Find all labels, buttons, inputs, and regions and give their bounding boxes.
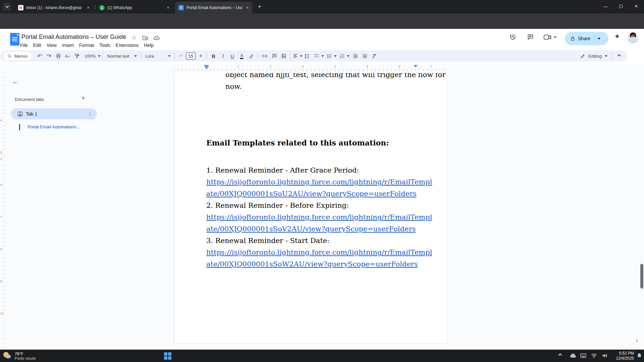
underline-button[interactable]: U: [228, 52, 237, 60]
tab-gmail[interactable]: M Inbox (1) - ishann.tforce@gmai ×: [15, 2, 93, 13]
italic-button[interactable]: I: [218, 52, 228, 60]
menus-search-button[interactable]: Menus: [3, 52, 32, 60]
cloud-saved-icon[interactable]: [153, 35, 160, 41]
touch-keyboard-icon[interactable]: [580, 353, 586, 358]
font-family-control[interactable]: Lora: [143, 54, 173, 59]
align-control[interactable]: [293, 53, 303, 59]
insert-image-button[interactable]: [279, 52, 288, 60]
ruler-number: 7: [431, 65, 432, 68]
redo-button[interactable]: ↷: [44, 52, 54, 60]
template-1-link-line2[interactable]: ate/00XJQ000001sSoU2AU/view?queryScope=u…: [206, 190, 417, 198]
share-dropdown-icon[interactable]: [598, 38, 600, 40]
template-1-link-line1[interactable]: https://isijoftoronto.lightning.force.co…: [206, 178, 432, 186]
gemini-sparkle-icon[interactable]: [614, 33, 621, 40]
text-color-button[interactable]: A: [237, 52, 247, 60]
share-button[interactable]: Share: [565, 32, 608, 45]
comments-icon[interactable]: [527, 34, 534, 41]
ruler-number: 5: [366, 65, 368, 68]
add-comment-button[interactable]: [270, 52, 279, 60]
menu-tools[interactable]: Tools: [97, 42, 113, 49]
template-2-link-line2[interactable]: ate/00XJQ000001sSoV2AU/view?queryScope=u…: [206, 225, 416, 233]
start-button[interactable]: [164, 352, 171, 360]
tab-options-icon[interactable]: ⋮: [88, 111, 92, 117]
wifi-icon[interactable]: [591, 353, 597, 358]
decrease-font-size-button[interactable]: −: [177, 52, 184, 60]
menu-view[interactable]: View: [44, 42, 59, 49]
menu-edit[interactable]: Edit: [31, 42, 44, 49]
collapse-panel-chevron[interactable]: ‹: [636, 337, 641, 345]
docs-header: Portal Email Automations – User Guide ☆ …: [0, 29, 644, 50]
tab-whatsapp[interactable]: 1 (1) WhatsApp ×: [96, 2, 173, 13]
window-maximize-button[interactable]: [613, 0, 629, 13]
first-line-indent-marker[interactable]: [204, 65, 209, 66]
paint-format-button[interactable]: [72, 52, 82, 60]
new-tab-button[interactable]: +: [256, 3, 264, 11]
add-tab-button[interactable]: +: [82, 95, 85, 102]
clock[interactable]: 5:52 PM 12/4/2025: [613, 351, 634, 361]
onedrive-icon[interactable]: [570, 353, 577, 358]
tab-document-icon: [18, 112, 22, 116]
font-size-field[interactable]: 15: [186, 52, 196, 60]
menu-file[interactable]: File: [17, 42, 31, 49]
editing-mode-button[interactable]: Editing: [578, 54, 610, 59]
clear-formatting-button[interactable]: [370, 52, 379, 60]
template-3-label[interactable]: 3. Renewal Reminder - Start Date:: [206, 237, 329, 245]
video-call-dropdown-icon[interactable]: [554, 37, 556, 38]
zoom-control[interactable]: 100%: [85, 54, 101, 59]
template-2-label[interactable]: 2. Renewal Reminder - Before Expiring:: [206, 201, 349, 209]
section-heading[interactable]: Email Templates related to this automati…: [206, 138, 389, 147]
spelling-check-button[interactable]: A✓: [63, 52, 72, 60]
close-sidebar-button[interactable]: ←: [12, 78, 19, 85]
paragraph-clipped-line2[interactable]: now.: [225, 82, 241, 90]
insert-link-button[interactable]: [260, 52, 270, 60]
scrollbar-thumb[interactable]: [640, 264, 643, 289]
close-tab-icon[interactable]: ×: [244, 5, 250, 11]
left-indent-marker[interactable]: [205, 67, 209, 69]
window-minimize-button[interactable]: —: [598, 0, 613, 13]
version-history-icon[interactable]: [509, 33, 517, 41]
paragraph-style-control[interactable]: Normal text: [105, 54, 139, 59]
star-document-icon[interactable]: ☆: [131, 34, 137, 41]
template-1-label[interactable]: 1. Renewal Reminder - After Grace Period…: [206, 166, 359, 174]
bulleted-list-control[interactable]: [327, 53, 337, 59]
vertical-ruler: 3 10 3 4 5 6 7 8 9 10: [0, 73, 5, 350]
right-indent-marker[interactable]: [414, 65, 418, 67]
outline-item[interactable]: Portal Email Automations...: [28, 124, 80, 129]
template-2-link-line1[interactable]: https://isijoftoronto.lightning.force.co…: [206, 213, 432, 221]
account-avatar[interactable]: [627, 32, 639, 44]
window-close-button[interactable]: ×: [629, 0, 644, 13]
template-3-link-line1[interactable]: https://isijoftoronto.lightning.force.co…: [206, 248, 432, 256]
tab-search-button[interactable]: [3, 3, 11, 11]
sidebar-tab-1[interactable]: Tab 1 ⋮: [11, 108, 97, 119]
video-call-icon[interactable]: [543, 34, 551, 40]
close-tab-icon[interactable]: ×: [165, 5, 171, 11]
undo-button[interactable]: ↶: [35, 52, 44, 60]
line-spacing-button[interactable]: [303, 52, 312, 60]
checklist-control[interactable]: [314, 53, 324, 59]
numbered-list-control[interactable]: [339, 53, 350, 59]
increase-font-size-button[interactable]: +: [197, 52, 205, 60]
close-tab-icon[interactable]: ×: [85, 5, 91, 11]
highlight-color-button[interactable]: [247, 52, 256, 60]
template-3-link-line2[interactable]: ate/00XJQ000001sSoW2AU/view?queryScope=u…: [206, 260, 418, 268]
checklist-icon: [314, 53, 320, 59]
print-button[interactable]: [54, 52, 63, 60]
menu-help[interactable]: Help: [141, 42, 156, 49]
increase-indent-button[interactable]: [360, 52, 370, 60]
document-title[interactable]: Portal Email Automations – User Guide: [21, 34, 126, 41]
menu-format[interactable]: Format: [76, 42, 97, 49]
tab-docs-active[interactable]: Portal Email Automations – Use ×: [175, 2, 252, 13]
bold-button[interactable]: B: [209, 52, 218, 60]
tray-chevron-up-icon[interactable]: [559, 354, 561, 357]
weather-widget[interactable]: 76°F Partly cloudy: [3, 350, 36, 362]
gmail-icon: M: [18, 5, 23, 10]
volume-icon[interactable]: [602, 353, 608, 358]
menu-extensions[interactable]: Extensions: [113, 42, 141, 49]
horizontal-ruler[interactable]: 1 2 3 4 5 6 7: [0, 64, 644, 73]
menu-insert[interactable]: Insert: [59, 42, 76, 49]
move-to-folder-icon[interactable]: [142, 35, 148, 41]
decrease-indent-button[interactable]: [351, 52, 360, 60]
notification-bell-icon[interactable]: [636, 353, 642, 359]
hide-menus-button[interactable]: [614, 52, 624, 60]
share-divider: [594, 34, 595, 43]
